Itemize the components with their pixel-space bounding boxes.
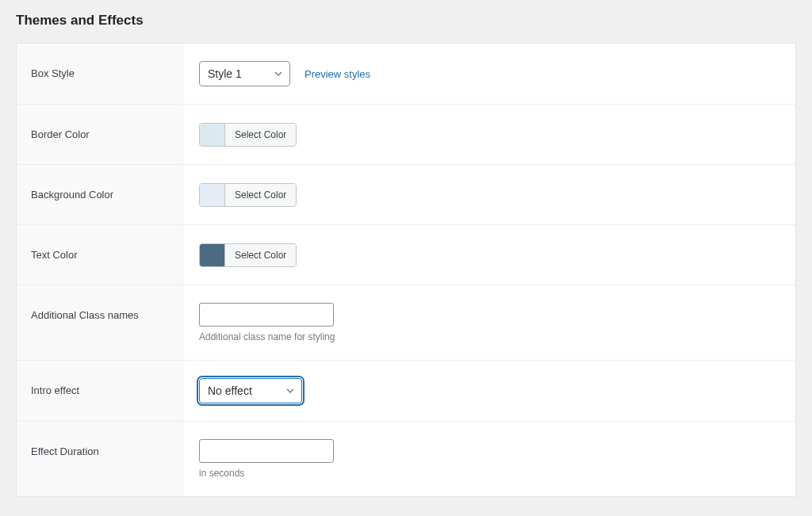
content-additional-class: Additional class name for styling <box>183 285 795 360</box>
border-color-picker[interactable]: Select Color <box>199 123 297 147</box>
content-text-color: Select Color <box>183 225 795 285</box>
row-text-color: Text Color Select Color <box>17 225 795 285</box>
row-effect-duration: Effect Duration in seconds <box>17 422 795 496</box>
content-box-style: Style 1 Preview styles <box>183 44 795 104</box>
row-box-style: Box Style Style 1 Preview styles <box>17 44 795 105</box>
row-intro-effect: Intro effect No effect <box>17 361 795 422</box>
text-color-picker[interactable]: Select Color <box>199 243 297 267</box>
content-border-color: Select Color <box>183 105 795 164</box>
content-background-color: Select Color <box>183 165 795 224</box>
additional-class-hint: Additional class name for styling <box>199 331 335 342</box>
intro-effect-select-wrap: No effect <box>199 378 302 403</box>
row-border-color: Border Color Select Color <box>17 105 795 165</box>
label-border-color: Border Color <box>17 105 183 164</box>
effect-duration-input[interactable] <box>199 439 334 463</box>
label-background-color: Background Color <box>17 165 183 224</box>
content-effect-duration: in seconds <box>183 422 795 496</box>
label-additional-class: Additional Class names <box>17 285 183 360</box>
box-style-select-wrap: Style 1 <box>199 61 290 86</box>
row-background-color: Background Color Select Color <box>17 165 795 225</box>
intro-effect-select[interactable]: No effect <box>199 378 302 403</box>
preview-styles-link[interactable]: Preview styles <box>304 68 370 80</box>
form-table: Box Style Style 1 Preview styles Border … <box>16 43 796 497</box>
border-color-button-label: Select Color <box>225 124 296 146</box>
box-style-select[interactable]: Style 1 <box>199 61 290 86</box>
background-color-swatch <box>200 184 225 206</box>
background-color-button-label: Select Color <box>225 184 296 206</box>
additional-class-input[interactable] <box>199 303 334 327</box>
row-additional-class: Additional Class names Additional class … <box>17 285 795 361</box>
background-color-picker[interactable]: Select Color <box>199 183 297 207</box>
label-text-color: Text Color <box>17 225 183 285</box>
content-intro-effect: No effect <box>183 361 795 421</box>
label-intro-effect: Intro effect <box>17 361 183 421</box>
section-title: Themes and Effects <box>16 13 796 29</box>
effect-duration-hint: in seconds <box>199 468 244 479</box>
text-color-button-label: Select Color <box>225 244 296 266</box>
border-color-swatch <box>200 124 225 146</box>
text-color-swatch <box>200 244 225 266</box>
label-effect-duration: Effect Duration <box>17 422 183 496</box>
label-box-style: Box Style <box>17 44 183 104</box>
